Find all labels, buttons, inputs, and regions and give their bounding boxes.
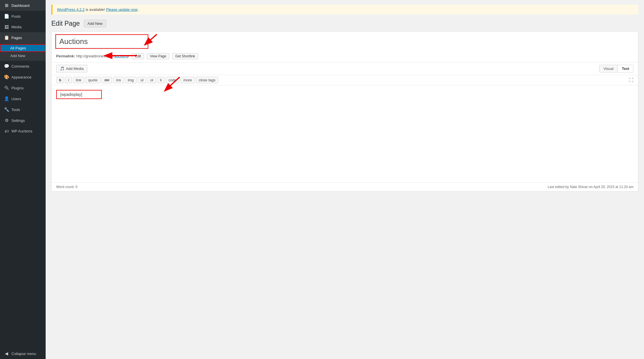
sidebar-item-plugins[interactable]: 🔌 Plugins bbox=[0, 82, 46, 93]
pages-icon: 📋 bbox=[4, 35, 9, 40]
appearance-icon: 🎨 bbox=[4, 74, 9, 80]
add-media-icon: 🎵 bbox=[60, 66, 64, 71]
dashboard-icon: ⊞ bbox=[4, 3, 9, 8]
add-media-button[interactable]: 🎵 Add Media bbox=[56, 65, 87, 72]
sidebar-item-tools[interactable]: 🔧 Tools bbox=[0, 104, 46, 115]
edit-area: Permalink: http://greatdrones.com/auctio… bbox=[51, 31, 638, 191]
fmt-italic[interactable]: i bbox=[65, 77, 72, 83]
permalink-label: Permalink: bbox=[56, 54, 75, 58]
editor-footer: Word count: 0 Last edited by Nate Shivar… bbox=[52, 182, 638, 191]
notice-text-middle: is available! bbox=[86, 7, 106, 12]
all-pages-label: All Pages bbox=[10, 46, 26, 50]
add-new-label: Add New bbox=[10, 54, 25, 58]
permalink-url-link[interactable]: auctions bbox=[114, 54, 128, 58]
sidebar-item-collapse[interactable]: ◀ Collapse menu bbox=[0, 348, 46, 359]
fmt-del[interactable]: del bbox=[102, 77, 112, 83]
fmt-link[interactable]: link bbox=[73, 77, 84, 83]
fmt-bold[interactable]: b bbox=[56, 77, 64, 83]
add-media-label: Add Media bbox=[66, 66, 84, 71]
sidebar-item-pages[interactable]: 📋 Pages bbox=[0, 32, 46, 43]
sidebar-sub-all-pages[interactable]: All Pages bbox=[0, 44, 46, 52]
sidebar-item-wp-auctions[interactable]: 🏷 WP Auctions bbox=[0, 126, 46, 136]
fmt-close-tags[interactable]: close tags bbox=[196, 77, 218, 83]
sidebar-item-label: Settings bbox=[11, 118, 25, 123]
word-count: Word count: 0 bbox=[56, 185, 77, 189]
sidebar-item-users[interactable]: 👤 Users bbox=[0, 93, 46, 104]
collapse-icon: ◀ bbox=[4, 351, 9, 356]
sidebar-item-label: Appearance bbox=[11, 75, 31, 79]
sidebar-sub-add-new[interactable]: Add New bbox=[0, 52, 46, 60]
editor-area: [wpadisplay] bbox=[52, 85, 638, 182]
tools-icon: 🔧 bbox=[4, 107, 9, 112]
wp-auctions-icon: 🏷 bbox=[4, 129, 9, 134]
main-content: WordPress 4.2.2 is available! Please upd… bbox=[46, 0, 644, 359]
fmt-ins[interactable]: ins bbox=[113, 77, 124, 83]
permalink-row: Permalink: http://greatdrones.com/auctio… bbox=[52, 51, 638, 62]
shortcode-content[interactable]: [wpadisplay] bbox=[56, 90, 102, 99]
fmt-more[interactable]: more bbox=[181, 77, 195, 83]
sidebar-item-label: Posts bbox=[11, 14, 21, 19]
fmt-quote[interactable]: quote bbox=[85, 77, 100, 83]
sidebar-item-comments[interactable]: 💬 Comments bbox=[0, 61, 46, 72]
permalink-url-after: / bbox=[128, 54, 129, 58]
sidebar-item-media[interactable]: 🖼 Media bbox=[0, 22, 46, 32]
please-update-link[interactable]: Please update now bbox=[106, 7, 138, 12]
wp-version-link[interactable]: WordPress 4.2.2 bbox=[57, 7, 85, 12]
sidebar-item-settings[interactable]: ⚙ Settings bbox=[0, 115, 46, 126]
sidebar-item-label: Plugins bbox=[11, 86, 24, 90]
posts-icon: 📄 bbox=[4, 14, 9, 19]
fullscreen-icon[interactable]: ⛶ bbox=[629, 78, 633, 83]
sidebar-item-posts[interactable]: 📄 Posts bbox=[0, 11, 46, 22]
permalink-edit-btn[interactable]: Edit bbox=[132, 53, 144, 59]
sidebar-item-label: Tools bbox=[11, 108, 20, 112]
view-page-btn[interactable]: View Page bbox=[147, 53, 169, 59]
visual-text-tabs: Visual Text bbox=[599, 65, 633, 72]
users-icon: 👤 bbox=[4, 96, 9, 101]
fmt-img[interactable]: img bbox=[125, 77, 137, 83]
media-icon: 🖼 bbox=[4, 25, 9, 29]
page-header: Edit Page Add New bbox=[51, 20, 638, 27]
text-tab[interactable]: Text bbox=[617, 65, 633, 72]
title-input-wrapper bbox=[56, 35, 147, 48]
sidebar-item-label: Pages bbox=[11, 36, 22, 40]
notice-text-after: . bbox=[139, 7, 140, 12]
add-new-button[interactable]: Add New bbox=[84, 20, 106, 27]
fmt-li[interactable]: li bbox=[157, 77, 165, 83]
sidebar-item-label: Dashboard bbox=[11, 3, 30, 8]
fmt-ol[interactable]: ol bbox=[147, 77, 156, 83]
title-row bbox=[52, 32, 638, 51]
sidebar-item-label: WP Auctions bbox=[11, 129, 32, 133]
fmt-ul[interactable]: ul bbox=[138, 77, 146, 83]
sidebar-item-label: Users bbox=[11, 97, 21, 101]
plugins-icon: 🔌 bbox=[4, 85, 9, 90]
wp-update-notice: WordPress 4.2.2 is available! Please upd… bbox=[51, 5, 638, 15]
fmt-code[interactable]: code bbox=[166, 77, 179, 83]
settings-icon: ⚙ bbox=[4, 118, 9, 123]
sidebar-item-label: Comments bbox=[11, 64, 29, 68]
format-buttons-row: b i link quote del ins img ul ol li code… bbox=[52, 75, 638, 85]
toolbar-row: 🎵 Add Media Visual Text bbox=[52, 62, 638, 75]
sidebar-item-label: Collapse menu bbox=[11, 352, 36, 356]
sidebar-item-appearance[interactable]: 🎨 Appearance bbox=[0, 72, 46, 82]
get-shortlink-btn[interactable]: Get Shortlink bbox=[172, 53, 198, 59]
page-title: Edit Page bbox=[51, 20, 80, 27]
page-title-input[interactable] bbox=[56, 35, 147, 48]
permalink-url-before: http://greatdrones.com/ bbox=[76, 54, 114, 58]
last-edited: Last edited by Nate Shivar on April 20, … bbox=[548, 185, 633, 189]
comments-icon: 💬 bbox=[4, 64, 9, 69]
sidebar: ⊞ Dashboard 📄 Posts 🖼 Media 📋 Pages All … bbox=[0, 0, 46, 359]
visual-tab[interactable]: Visual bbox=[599, 65, 618, 72]
pages-submenu: All Pages Add New bbox=[0, 43, 46, 61]
sidebar-item-dashboard[interactable]: ⊞ Dashboard bbox=[0, 0, 46, 11]
sidebar-item-label: Media bbox=[11, 25, 21, 29]
